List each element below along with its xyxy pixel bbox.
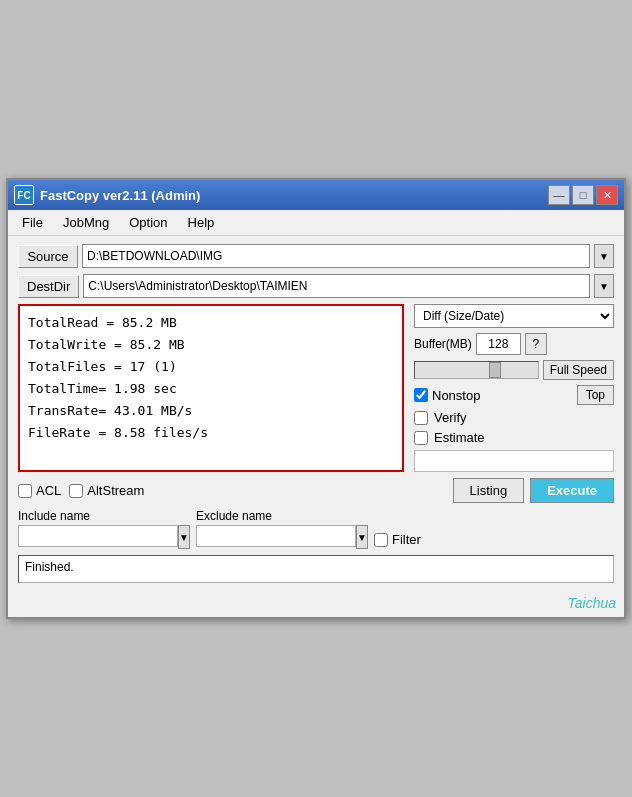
full-speed-button[interactable]: Full Speed [543, 360, 614, 380]
extra-input[interactable] [414, 450, 614, 472]
altstream-checkbox-item: AltStream [69, 483, 144, 498]
top-button[interactable]: Top [577, 385, 614, 405]
filter-checkbox[interactable] [374, 533, 388, 547]
action-buttons: Listing Execute [453, 478, 614, 503]
destdir-button[interactable]: DestDir [18, 275, 79, 298]
nonstop-checkbox-container: Nonstop [414, 388, 480, 403]
exclude-name-input[interactable] [196, 525, 356, 547]
estimate-label: Estimate [434, 430, 485, 445]
main-window: FC FastCopy ver2.11 (Admin) — □ ✕ File J… [6, 178, 626, 619]
altstream-checkbox[interactable] [69, 484, 83, 498]
mode-select-wrapper: Diff (Size/Date) Copy Move Delete Sync [414, 304, 614, 328]
destdir-input[interactable]: C:\Users\Administrator\Desktop\TAIMIEN [83, 274, 590, 298]
mode-select[interactable]: Diff (Size/Date) Copy Move Delete Sync [414, 304, 614, 328]
nonstop-checkbox[interactable] [414, 388, 428, 402]
exclude-name-label: Exclude name [196, 509, 366, 523]
speed-row: Full Speed [414, 360, 614, 380]
exclude-name-arrow[interactable]: ▼ [356, 525, 368, 549]
buffer-label: Buffer(MB) [414, 337, 472, 351]
filter-label: Filter [392, 532, 421, 547]
exclude-name-col: Exclude name ▼ [196, 509, 366, 549]
verify-label: Verify [434, 410, 467, 425]
title-buttons: — □ ✕ [548, 185, 618, 205]
speed-slider-thumb [489, 362, 501, 378]
buffer-row: Buffer(MB) ? [414, 333, 614, 355]
acl-action-row: ACL AltStream Listing Execute [18, 478, 614, 503]
stats-box: TotalRead = 85.2 MBTotalWrite = 85.2 MBT… [18, 304, 404, 472]
buffer-input[interactable] [476, 333, 521, 355]
speed-slider[interactable] [414, 361, 539, 379]
exclude-name-input-wrapper: ▼ [196, 525, 366, 549]
nonstop-row: Nonstop Top [414, 385, 614, 405]
app-icon: FC [14, 185, 34, 205]
menu-file[interactable]: File [12, 212, 53, 233]
middle-section: TotalRead = 85.2 MBTotalWrite = 85.2 MBT… [18, 304, 614, 472]
right-panel: Diff (Size/Date) Copy Move Delete Sync B… [414, 304, 614, 472]
minimize-button[interactable]: — [548, 185, 570, 205]
altstream-label: AltStream [87, 483, 144, 498]
menu-jobmng[interactable]: JobMng [53, 212, 119, 233]
nonstop-label: Nonstop [432, 388, 480, 403]
include-name-arrow[interactable]: ▼ [178, 525, 190, 549]
execute-button[interactable]: Execute [530, 478, 614, 503]
destdir-row: DestDir C:\Users\Administrator\Desktop\T… [18, 274, 614, 298]
help-button[interactable]: ? [525, 333, 547, 355]
status-bar: Finished. [18, 555, 614, 583]
menu-option[interactable]: Option [119, 212, 177, 233]
acl-checkbox-item: ACL [18, 483, 61, 498]
destdir-dropdown-arrow[interactable]: ▼ [594, 274, 614, 298]
window-title: FastCopy ver2.11 (Admin) [40, 188, 200, 203]
source-button[interactable]: Source [18, 245, 78, 268]
title-bar: FC FastCopy ver2.11 (Admin) — □ ✕ [8, 180, 624, 210]
acl-label: ACL [36, 483, 61, 498]
estimate-row: Estimate [414, 430, 614, 445]
close-button[interactable]: ✕ [596, 185, 618, 205]
mode-dropdown-row: Diff (Size/Date) Copy Move Delete Sync [414, 304, 614, 328]
menu-bar: File JobMng Option Help [8, 210, 624, 236]
acl-checkbox[interactable] [18, 484, 32, 498]
maximize-button[interactable]: □ [572, 185, 594, 205]
include-name-label: Include name [18, 509, 188, 523]
filter-checkbox-item: Filter [374, 532, 421, 549]
title-bar-left: FC FastCopy ver2.11 (Admin) [14, 185, 200, 205]
menu-help[interactable]: Help [178, 212, 225, 233]
name-filter-row: Include name ▼ Exclude name ▼ Filter [18, 509, 614, 549]
source-row: Source D:\BETDOWNLOAD\IMG ▼ [18, 244, 614, 268]
include-name-input-wrapper: ▼ [18, 525, 188, 549]
verify-checkbox[interactable] [414, 411, 428, 425]
listing-button[interactable]: Listing [453, 478, 525, 503]
source-dropdown-arrow[interactable]: ▼ [594, 244, 614, 268]
watermark: Taichua [8, 591, 624, 617]
source-input[interactable]: D:\BETDOWNLOAD\IMG [82, 244, 590, 268]
include-name-col: Include name ▼ [18, 509, 188, 549]
include-name-input[interactable] [18, 525, 178, 547]
estimate-checkbox[interactable] [414, 431, 428, 445]
main-content: Source D:\BETDOWNLOAD\IMG ▼ DestDir C:\U… [8, 236, 624, 591]
verify-row: Verify [414, 410, 614, 425]
